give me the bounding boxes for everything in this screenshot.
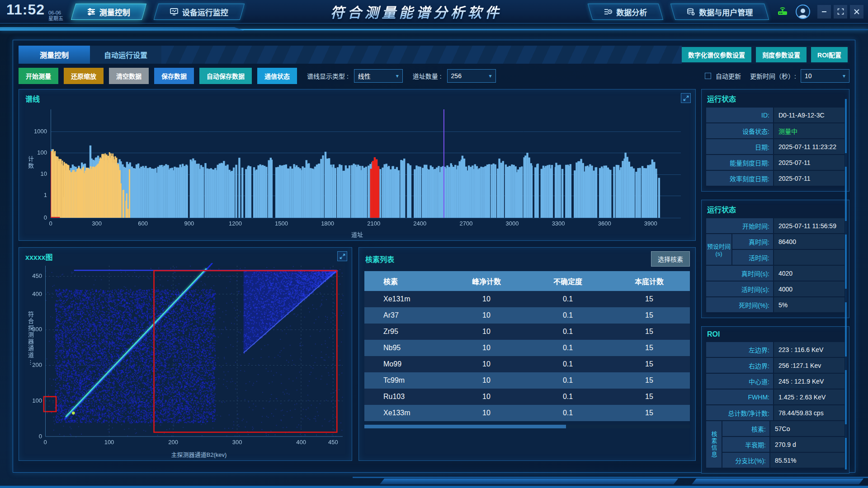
topbar: 11:52 06-06 星期五 测量控制 设备运行监控 符合测量能谱分析软件 数… [0,0,868,23]
spectrum-panel: 谱线 计数 道址 [19,89,696,241]
roi-row: FWHM: 1.425 : 2.63 KeV [706,389,844,404]
nuclide-list-panel: 核素列表 选择核素 核素峰净计数不确定度本底计数 Xe131m100.115Ar… [359,247,696,461]
row-label: 开始时间: [706,218,773,233]
update-interval-select[interactable]: 10 ▾ [801,69,849,83]
nav-right: 数据分析 数据与用户管理 [590,4,767,20]
table-row[interactable]: Nb95100.115 [364,340,690,356]
device-id-value: D0-11-A9-12-3C [774,108,844,122]
clock-date-value: 06-06 [48,10,63,16]
channel-count-value: 256 [451,72,462,80]
scatter-canvas[interactable] [24,263,346,449]
tab-measure-control[interactable]: 测量控制 [19,46,90,64]
spectrum-canvas[interactable] [24,106,689,230]
table-row[interactable]: Tc99m100.115 [364,372,690,389]
reset-zoom-button[interactable]: 还原缩放 [64,68,104,84]
spectrum-xlabel: 道址 [19,230,695,239]
expand-icon[interactable] [337,251,347,261]
table-row[interactable]: Ar37100.115 [364,307,690,324]
value-cell: 0.1 [527,356,609,372]
app-title: 符合测量能谱分析软件 [242,1,590,22]
calibration-params-button[interactable]: 刻度参数设置 [756,47,807,62]
status-row: 效率刻度日期: 2025-07-11 [706,171,844,186]
row-label: 总计数/净计数: [706,405,773,420]
auto-save-button[interactable]: 自动保存数据 [199,68,252,84]
update-interval-label: 更新时间（秒）: [750,71,796,80]
table-row[interactable]: Xe133m100.115 [364,405,690,421]
clear-data-button[interactable]: 清空数据 [109,68,149,84]
monitor-icon [170,8,178,15]
nuclide-table-header: 核素峰净计数不确定度本底计数 [364,271,690,291]
nav-measure-control[interactable]: 测量控制 [71,4,146,20]
spectrum-title: 谱线 [19,89,695,104]
table-row[interactable]: Zr95100.115 [364,324,690,340]
save-data-button[interactable]: 保存数据 [154,68,194,84]
nuclide-info-label: 核素信息 [706,421,722,468]
nav-label: 设备运行监控 [182,6,228,17]
select-nuclide-button[interactable]: 选择核素 [651,251,690,267]
scatter-title: xxxxx图 [19,248,352,262]
nav-data-analysis[interactable]: 数据分析 [588,4,663,20]
maximize-button[interactable] [834,5,847,19]
comm-status-button[interactable]: 通信状态 [257,68,297,84]
window-controls [817,5,863,19]
scatter-panel: xxxxx图 符合探测器通道⋮ 主探测器通道B2(kev) [19,247,352,461]
chevron-down-icon: ▾ [396,73,399,79]
roi-row: 左边界: 223 : 116.6 KeV [706,342,844,357]
device-online-icon[interactable] [777,5,788,18]
panel-title: 运行状态 [707,204,844,215]
branch-ratio-value: 85.51% [770,453,844,468]
scatter-xlabel: 主探测器通道B2(kev) [19,450,352,459]
minimize-button[interactable] [817,5,831,19]
tab-auto-run-settings[interactable]: 自动运行设置 [90,46,161,64]
sliders-icon [87,8,95,15]
value-cell: 15 [609,307,690,324]
footer-decoration [0,474,868,488]
row-label: FWHM: [706,389,773,404]
nav-data-user-management[interactable]: 数据与用户管理 [670,4,769,20]
value-cell: 0.1 [527,291,609,307]
channel-count-label: 道址数量 : [413,71,442,80]
digitizer-params-button[interactable]: 数字化谱仪参数设置 [682,47,751,62]
table-row[interactable]: Mo99100.115 [364,356,690,372]
row-label: ID: [706,108,773,122]
clock: 11:52 06-06 星期五 [0,1,73,22]
start-measure-button[interactable]: 开始测量 [19,68,58,84]
channel-count-select[interactable]: 256 ▾ [447,69,496,83]
nav-device-monitor[interactable]: 设备运行监控 [154,4,245,20]
display-type-value: 线性 [358,71,371,80]
table-row[interactable]: Xe131m100.115 [364,291,690,307]
user-avatar[interactable] [796,5,810,19]
display-type-select[interactable]: 线性 ▾ [354,69,403,83]
nuclide-cell: Zr95 [364,324,446,340]
row-label: 死时间(%): [706,297,773,312]
value-cell: 10 [446,372,527,389]
value-cell: 15 [609,389,690,405]
status-row: 真时间: 86400 [732,234,844,249]
toolbar-right: 自动更新 更新时间（秒）: 10 ▾ [705,69,849,83]
nuclide-cell: Ar37 [364,307,446,324]
column-header: 本底计数 [609,271,690,291]
value-cell: 10 [446,307,527,324]
display-type-label: 谱线显示类型 : [307,71,349,80]
nav-label: 数据分析 [616,6,647,17]
date-value: 2025-07-11 11:23:22 [774,139,844,154]
roi-row: 分支比(%): 85.51% [722,453,844,468]
roi-config-button[interactable]: ROI配置 [811,47,848,62]
row-label: 半衰期: [722,437,769,452]
auto-update-checkbox[interactable] [705,73,711,79]
nav-label: 数据与用户管理 [699,6,753,17]
dead-time-value: 5% [774,297,844,312]
value-cell: 0.1 [527,405,609,421]
row-label: 核素: [722,421,769,436]
nuclide-cell: Tc99m [364,372,446,389]
true-time-value: 4020 [774,266,844,281]
topbar-right [767,5,868,19]
panel-title: 运行状态 [707,93,844,104]
close-button[interactable] [850,5,863,19]
table-row[interactable]: Ru103100.115 [364,389,690,405]
nuclide-cell: Xe131m [364,291,446,307]
nuclide-cell: Ru103 [364,389,446,405]
horizontal-scrollbar[interactable] [364,425,690,428]
expand-icon[interactable] [681,93,691,103]
clock-weekday: 星期五 [48,16,63,22]
